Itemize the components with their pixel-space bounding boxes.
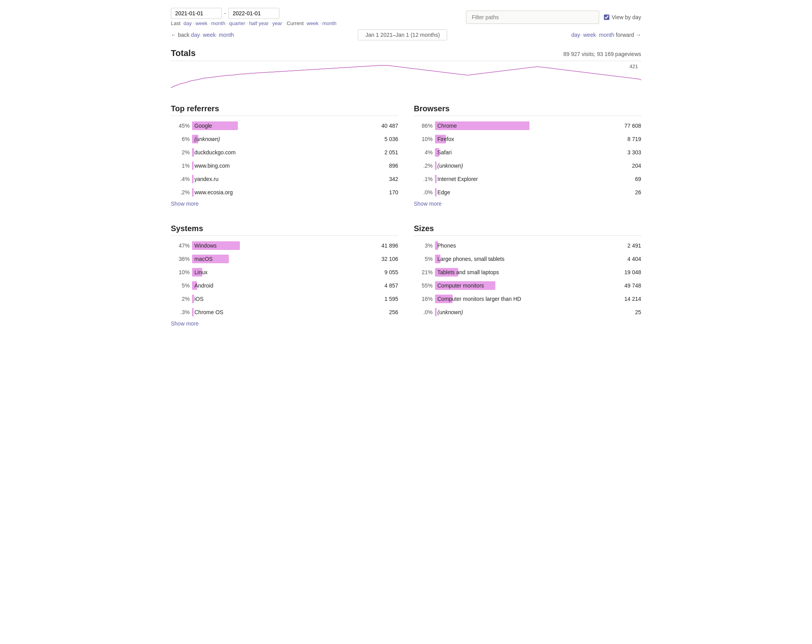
referrers-rows: 45% Google 40 487 6% (unknown) 5 036 2% … — [171, 119, 398, 199]
stat-pct: 47% — [171, 242, 190, 249]
quick-link-half-year[interactable]: half year — [249, 20, 268, 26]
browsers-title: Browsers — [414, 104, 641, 116]
totals-stats: 89 927 visits; 93 169 pageviews — [564, 51, 641, 57]
current-label: Current — [286, 20, 303, 26]
stat-pct: 5% — [171, 282, 190, 289]
stat-count: 14 214 — [624, 296, 641, 302]
top-bar: - Last day· week· month· quarter· half y… — [171, 8, 641, 26]
stat-bar-label: (unknown) — [435, 162, 630, 170]
stat-bar-label: yandex.ru — [192, 175, 387, 183]
table-row: .2% (unknown) 204 — [414, 159, 641, 172]
stat-count: 4 404 — [627, 256, 641, 262]
stat-pct: .3% — [171, 309, 190, 315]
nav-center-label: Jan 1 2021–Jan 1 (12 months) — [365, 32, 440, 38]
back-label: ← back — [171, 32, 191, 38]
nav-bar: ← back day· week· month Jan 1 2021–Jan 1… — [171, 29, 641, 40]
systems-show-more[interactable]: Show more — [171, 320, 199, 327]
stat-count: 2 491 — [627, 242, 641, 249]
stat-bar-label: Edge — [435, 188, 633, 196]
stat-label: Large phones, small tablets — [435, 255, 507, 263]
stat-count: 25 — [635, 309, 641, 315]
stat-label: Internet Explorer — [435, 175, 480, 183]
table-row: 55% Computer monitors 49 748 — [414, 279, 641, 292]
chart-svg — [171, 63, 641, 91]
stat-count: 2 051 — [384, 149, 398, 156]
stat-bar-label: www.bing.com — [192, 162, 387, 170]
table-row: 2% iOS 1 595 — [171, 292, 398, 306]
stat-count: 41 896 — [381, 242, 398, 249]
stat-label: www.ecosia.org — [192, 188, 235, 196]
quick-link-week[interactable]: week — [196, 20, 207, 26]
stat-count: 3 303 — [627, 149, 641, 156]
stat-label: Safari — [435, 148, 454, 156]
stat-bar-label: Internet Explorer — [435, 175, 633, 183]
stat-count: 9 055 — [384, 269, 398, 275]
forward-month[interactable]: month — [599, 32, 614, 38]
stat-pct: .2% — [414, 163, 433, 169]
stat-count: 32 106 — [381, 256, 398, 262]
table-row: 16% Computer monitors larger than HD 14 … — [414, 292, 641, 306]
date-from-input[interactable] — [171, 8, 222, 19]
stat-bar-label: Computer monitors — [435, 282, 622, 289]
forward-label: forward → — [616, 32, 641, 38]
stat-label: www.bing.com — [192, 162, 232, 170]
current-month[interactable]: month — [322, 20, 336, 26]
table-row: .0% Edge 26 — [414, 186, 641, 199]
table-row: .0% (unknown) 25 — [414, 306, 641, 319]
table-row: 6% (unknown) 5 036 — [171, 132, 398, 146]
stat-pct: 3% — [414, 242, 433, 249]
stat-label: Firefox — [435, 135, 457, 143]
stat-pct: 86% — [414, 123, 433, 129]
quick-link-quarter[interactable]: quarter — [229, 20, 245, 26]
quick-link-day[interactable]: day — [183, 20, 192, 26]
totals-title: Totals — [171, 48, 196, 58]
stat-count: 69 — [635, 176, 641, 182]
stat-pct: .2% — [171, 189, 190, 195]
stat-pct: 36% — [171, 256, 190, 262]
stat-pct: 10% — [414, 136, 433, 142]
stat-pct: 1% — [171, 163, 190, 169]
browsers-show-more[interactable]: Show more — [414, 201, 442, 207]
referrers-show-more[interactable]: Show more — [171, 201, 199, 207]
stat-pct: 45% — [171, 123, 190, 129]
stat-pct: .0% — [414, 189, 433, 195]
table-row: 10% Linux 9 055 — [171, 266, 398, 279]
stat-label: Chrome — [435, 122, 459, 130]
filter-paths-input[interactable] — [466, 11, 599, 24]
stat-label: yandex.ru — [192, 175, 221, 183]
stat-pct: 16% — [414, 296, 433, 302]
stat-count: 40 487 — [381, 123, 398, 129]
table-row: 5% Android 4 857 — [171, 279, 398, 292]
stat-label: (unknown) — [192, 135, 222, 143]
stat-count: 1 595 — [384, 296, 398, 302]
chart-container: 421 — [171, 63, 641, 95]
stat-label: Phones — [435, 242, 458, 250]
stat-label: Chrome OS — [192, 308, 226, 316]
table-row: 47% Windows 41 896 — [171, 239, 398, 252]
systems-rows: 47% Windows 41 896 36% macOS 32 106 10% … — [171, 239, 398, 319]
last-label: Last — [171, 20, 181, 26]
stat-count: 8 719 — [627, 136, 641, 142]
stat-bar-label: Chrome OS — [192, 308, 387, 316]
quick-link-month[interactable]: month — [211, 20, 225, 26]
nav-back: ← back day· week· month — [171, 32, 234, 38]
stat-bar-label: Phones — [435, 242, 625, 250]
stat-label: (unknown) — [435, 162, 465, 170]
back-week[interactable]: week — [203, 32, 216, 38]
forward-day[interactable]: day — [571, 32, 580, 38]
table-row: 86% Chrome 77 608 — [414, 119, 641, 132]
date-to-input[interactable] — [228, 8, 279, 19]
back-day[interactable]: day — [191, 32, 200, 38]
view-by-day-checkbox[interactable] — [604, 14, 609, 20]
current-week[interactable]: week — [306, 20, 318, 26]
sizes-title: Sizes — [414, 224, 641, 236]
stat-pct: 4% — [414, 149, 433, 156]
table-row: 1% www.bing.com 896 — [171, 159, 398, 172]
stat-bar-label: Large phones, small tablets — [435, 255, 625, 263]
forward-week[interactable]: week — [583, 32, 596, 38]
systems-title: Systems — [171, 224, 398, 236]
quick-link-year[interactable]: year — [272, 20, 282, 26]
table-row: .4% yandex.ru 342 — [171, 172, 398, 186]
stat-bar-label: Linux — [192, 268, 382, 276]
back-month[interactable]: month — [219, 32, 234, 38]
